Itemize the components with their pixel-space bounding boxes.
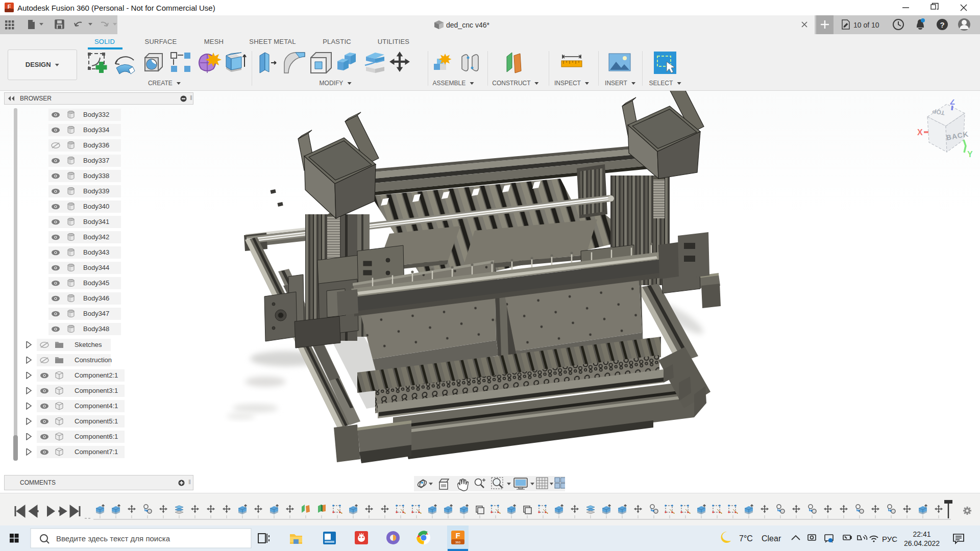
svg-text:X: X bbox=[917, 128, 923, 137]
svg-text:Введите здесь текст для поиска: Введите здесь текст для поиска bbox=[56, 534, 170, 543]
svg-text:26.04.2022: 26.04.2022 bbox=[904, 539, 940, 547]
svg-text:Y: Y bbox=[967, 150, 973, 158]
svg-text:F: F bbox=[8, 4, 11, 10]
svg-text:РУС: РУС bbox=[882, 535, 897, 543]
svg-text:Z: Z bbox=[950, 99, 955, 106]
svg-text:Clear: Clear bbox=[762, 534, 781, 543]
svg-text:F: F bbox=[455, 531, 460, 540]
svg-text:?: ? bbox=[940, 20, 944, 29]
svg-text:22:41: 22:41 bbox=[913, 530, 930, 538]
svg-text:v46*: v46* bbox=[475, 21, 490, 29]
svg-text:10 of 10: 10 of 10 bbox=[853, 21, 879, 29]
svg-text:7°C: 7°C bbox=[739, 534, 753, 543]
svg-text:ded_cnc: ded_cnc bbox=[446, 21, 473, 29]
svg-text:360: 360 bbox=[455, 541, 461, 544]
